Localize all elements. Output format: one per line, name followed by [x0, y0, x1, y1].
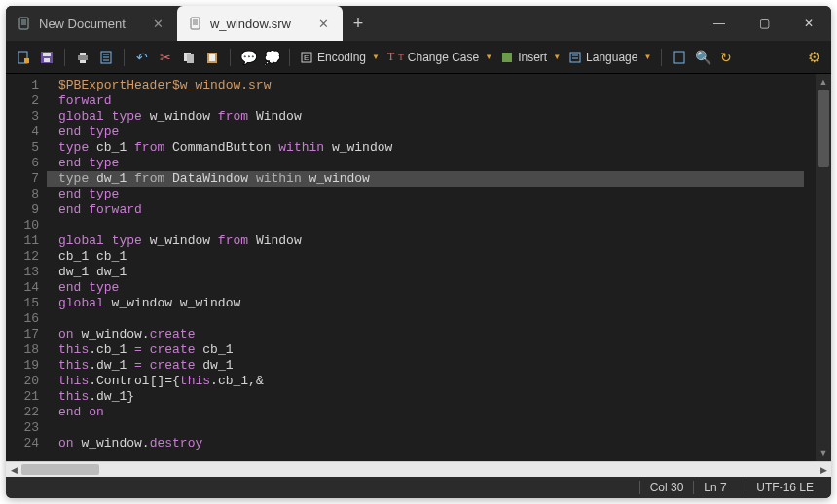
code-line[interactable]: this.Control[]={this.cb_1,&	[58, 374, 816, 389]
code-line[interactable]: this.dw_1}	[58, 389, 816, 405]
svg-rect-21	[187, 54, 194, 63]
code-line[interactable]: global type w_window from Window	[58, 234, 816, 249]
line-number: 24	[6, 436, 39, 451]
line-number: 7	[6, 171, 39, 187]
line-number: 8	[6, 187, 39, 202]
svg-rect-9	[24, 58, 29, 63]
code-line[interactable]: end type	[58, 125, 816, 140]
svg-rect-0	[19, 18, 28, 29]
line-number: 21	[6, 389, 39, 405]
line-number: 3	[6, 109, 39, 125]
line-number: 22	[6, 405, 39, 420]
svg-rect-26	[502, 53, 512, 62]
code-area[interactable]: $PBExportHeader$w_window.srwforwardgloba…	[47, 74, 816, 461]
close-icon[interactable]: ✕	[153, 17, 164, 31]
line-number: 18	[6, 342, 39, 358]
line-number: 4	[6, 125, 39, 140]
tab-new-document[interactable]: New Document ✕	[6, 6, 177, 41]
code-line[interactable]: forward	[58, 93, 816, 109]
svg-rect-15	[80, 60, 86, 63]
tab-w-window[interactable]: w_window.srw ✕	[177, 6, 343, 41]
horizontal-scrollbar[interactable]: ◀ ▶	[6, 461, 831, 477]
line-number-gutter: 123456789101112131415161718192021222324	[6, 74, 47, 461]
code-line[interactable]: type cb_1 from CommandButton within w_wi…	[58, 140, 816, 156]
new-tab-button[interactable]: +	[343, 6, 374, 41]
code-line[interactable]: global w_window w_window	[58, 296, 816, 311]
comment-icon[interactable]: 💬	[238, 48, 258, 67]
code-line[interactable]: on w_window.create	[58, 327, 816, 342]
code-line[interactable]: end forward	[58, 202, 816, 218]
insert-menu[interactable]: Insert ▼	[498, 51, 563, 64]
new-file-icon[interactable]	[14, 48, 33, 67]
chevron-down-icon: ▼	[485, 53, 492, 61]
scroll-right-icon[interactable]: ▶	[816, 462, 831, 478]
code-line[interactable]: end type	[58, 187, 816, 202]
svg-text:E: E	[304, 54, 309, 62]
code-line[interactable]: this.cb_1 = create cb_1	[58, 342, 816, 358]
vertical-scrollbar[interactable]: ▲ ▼	[816, 74, 831, 461]
line-number: 10	[6, 218, 39, 234]
minimize-button[interactable]: —	[697, 6, 742, 41]
find-icon[interactable]: 🔍	[693, 48, 712, 67]
copy-icon[interactable]	[179, 48, 199, 67]
line-number: 13	[6, 265, 39, 280]
svg-rect-11	[43, 53, 51, 56]
change-case-label: Change Case	[408, 51, 479, 64]
refresh-icon[interactable]: ↻	[716, 48, 736, 67]
svg-rect-14	[80, 53, 86, 55]
svg-rect-12	[44, 58, 50, 62]
language-menu[interactable]: Language ▼	[566, 51, 653, 64]
code-line[interactable]: this.dw_1 = create dw_1	[58, 358, 816, 374]
code-line[interactable]	[58, 218, 816, 234]
code-line[interactable]: end type	[58, 156, 816, 171]
scroll-left-icon[interactable]: ◀	[6, 462, 21, 478]
code-line[interactable]	[58, 311, 816, 327]
print-icon[interactable]	[73, 48, 92, 67]
code-line[interactable]: type dw_1 from DataWindow within w_windo…	[47, 171, 804, 187]
close-icon[interactable]: ✕	[318, 17, 329, 31]
code-line[interactable]: dw_1 dw_1	[58, 265, 816, 280]
encoding-menu[interactable]: E Encoding ▼	[298, 51, 382, 64]
scroll-thumb[interactable]	[818, 90, 829, 167]
maximize-button[interactable]: ▢	[742, 6, 786, 41]
code-line[interactable]: end on	[58, 405, 816, 420]
code-line[interactable]: cb_1 cb_1	[58, 249, 816, 265]
document-icon	[189, 17, 202, 30]
line-number: 20	[6, 374, 39, 389]
svg-rect-30	[674, 52, 684, 63]
chevron-down-icon: ▼	[643, 53, 651, 61]
line-number: 9	[6, 202, 39, 218]
language-label: Language	[586, 51, 637, 64]
code-line[interactable]: $PBExportHeader$w_window.srw	[58, 78, 816, 93]
scroll-thumb[interactable]	[21, 464, 99, 475]
toolbar: ↶ ✂ 💬 💭 E Encoding ▼ TT Change Case ▼ In…	[6, 41, 831, 74]
window-controls: — ▢ ✕	[697, 6, 831, 41]
code-line[interactable]	[58, 420, 816, 436]
paste-icon[interactable]	[202, 48, 222, 67]
line-number: 1	[6, 78, 39, 93]
clipboard-icon[interactable]	[96, 48, 116, 67]
tab-label: w_window.srw	[210, 17, 291, 31]
tab-strip: New Document ✕ w_window.srw ✕	[6, 6, 343, 41]
save-icon[interactable]	[37, 48, 56, 67]
code-line[interactable]: on w_window.destroy	[58, 436, 816, 451]
uncomment-icon[interactable]: 💭	[262, 48, 281, 67]
line-number: 17	[6, 327, 39, 342]
scroll-up-icon[interactable]: ▲	[816, 74, 831, 90]
chevron-down-icon: ▼	[553, 53, 561, 61]
line-number: 19	[6, 358, 39, 374]
undo-icon[interactable]: ↶	[132, 48, 152, 67]
insert-label: Insert	[518, 51, 547, 64]
settings-icon[interactable]: ⚙	[804, 48, 823, 67]
code-line[interactable]: end type	[58, 280, 816, 296]
status-line: Ln 7	[693, 481, 746, 494]
change-case-menu[interactable]: TT Change Case ▼	[385, 50, 494, 64]
scroll-down-icon[interactable]: ▼	[816, 446, 831, 461]
close-window-button[interactable]: ✕	[786, 6, 831, 41]
line-number: 12	[6, 249, 39, 265]
code-line[interactable]: global type w_window from Window	[58, 109, 816, 125]
cut-icon[interactable]: ✂	[156, 48, 175, 67]
document-tree-icon[interactable]	[670, 48, 689, 67]
line-number: 16	[6, 311, 39, 327]
svg-rect-23	[209, 54, 215, 61]
